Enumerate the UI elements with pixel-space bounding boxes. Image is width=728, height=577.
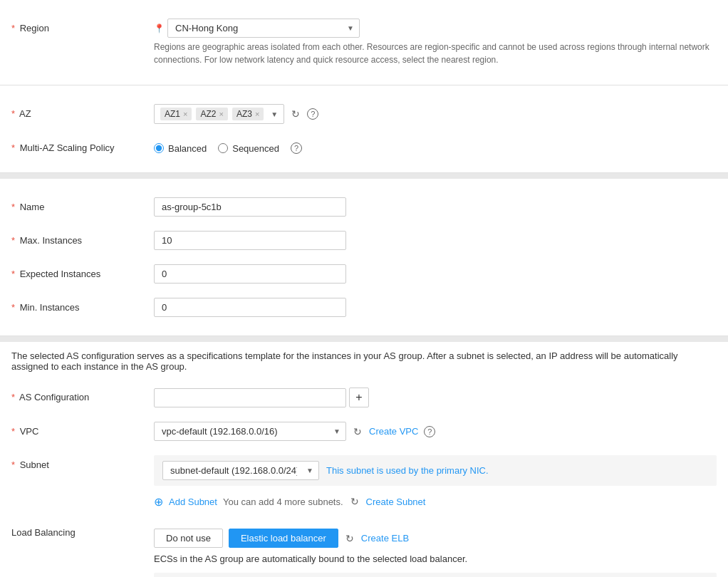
lb-info-text: ECSs in the AS group are automatically b… [154,548,717,570]
subnet-select[interactable]: subnet-default (192.168.0.0/24) [162,461,319,480]
radio-balanced[interactable]: Balanced [154,143,207,154]
add-subnet-hint: You can add 4 more subnets. [223,497,343,507]
name-required-star: * [11,202,15,212]
min-instances-control [154,298,717,317]
as-config-label: * AS Configuration [11,388,154,402]
expected-instances-label: * Expected Instances [11,264,154,279]
expected-instances-control [154,264,717,284]
lb-fields: Load Balancer --Select-- ▼ Backend ECS G… [154,573,717,577]
add-subnet-link[interactable]: Add Subnet [169,497,217,507]
load-balancing-label: Load Balancing [11,523,154,538]
az-section: * AZ AZ1 × AZ2 × AZ3 × [0,85,728,173]
subnet-control: subnet-default (192.168.0.0/24) ▼ This s… [154,455,717,509]
az-refresh-button[interactable]: ↻ [290,107,301,121]
multi-az-control: Balanced Sequenced ? [154,138,717,154]
vpc-label: * VPC [11,422,154,437]
elastic-lb-button[interactable]: Elastic load balancer [229,529,338,548]
region-control: 📍 CN-Hong Kong ▼ Regions are geographic … [154,19,717,66]
multi-az-radio-group: Balanced Sequenced ? [154,138,717,154]
as-config-input[interactable] [154,388,346,407]
section-divider-2 [0,336,728,342]
vpc-control: vpc-default (192.168.0.0/16) ▼ ↻ Create … [154,422,717,441]
az-tag-close-3[interactable]: × [255,110,259,118]
region-select[interactable]: CN-Hong Kong [167,19,360,38]
radio-balanced-input[interactable] [154,143,164,153]
az-help-icon[interactable]: ? [307,108,318,120]
create-elb-link[interactable]: Create ELB [361,533,409,544]
az-required-star: * [11,108,15,119]
region-section: * Region 📍 CN-Hong Kong ▼ Regions are ge… [0,0,728,85]
subnet-primary-row: subnet-default (192.168.0.0/24) ▼ This s… [154,455,717,486]
add-subnet-icon[interactable]: ⊕ [154,495,163,509]
region-select-wrapper[interactable]: 📍 CN-Hong Kong ▼ [154,19,360,38]
az-dropdown-icon[interactable]: ▼ [271,110,278,118]
az-tag-3: AZ3 × [232,108,264,120]
az-tag-close-1[interactable]: × [183,110,187,118]
az-row: * AZ AZ1 × AZ2 × AZ3 × [0,97,728,131]
vpc-row: * VPC vpc-default (192.168.0.0/16) ▼ ↻ C… [0,415,728,448]
region-row: * Region 📍 CN-Hong Kong ▼ Regions are ge… [0,11,728,73]
required-star: * [11,23,15,33]
instances-section: * Name * Max. Instances * Expected Insta… [0,179,728,336]
min-instances-row: * Min. Instances [0,291,728,324]
multi-az-help-icon[interactable]: ? [291,142,302,154]
subnet-label: * Subnet [11,455,154,470]
multi-az-row: * Multi-AZ Scaling Policy Balanced Seque… [0,131,728,161]
name-row: * Name [0,190,728,224]
as-config-input-row: + [154,388,717,407]
create-subnet-link[interactable]: Create Subnet [366,497,426,507]
elb-refresh-button[interactable]: ↻ [344,531,355,546]
vpc-refresh-button[interactable]: ↻ [352,425,363,439]
name-input[interactable] [154,197,346,217]
name-label: * Name [11,197,154,212]
min-required-star: * [11,302,15,313]
lb-toggle-row: Do not use Elastic load balancer ↻ Creat… [154,529,717,548]
az-label: * AZ [11,104,154,119]
subnet-row: * Subnet subnet-default (192.168.0.0/24)… [0,448,728,516]
subnet-refresh-button[interactable]: ↻ [349,494,360,509]
max-instances-input[interactable] [154,231,346,250]
min-instances-input[interactable] [154,298,346,317]
az-tag-1: AZ1 × [160,108,192,120]
region-help-text: Regions are geographic areas isolated fr… [154,41,709,66]
subnet-select-wrapper[interactable]: subnet-default (192.168.0.0/24) ▼ [162,461,319,480]
multi-az-required-star: * [11,142,15,153]
as-config-section: The selected AS configuration serves as … [0,342,728,577]
as-config-row: * AS Configuration + [0,380,728,415]
subnet-required-star: * [11,459,15,470]
load-balancing-row: Load Balancing Do not use Elastic load b… [0,516,728,577]
az-control: AZ1 × AZ2 × AZ3 × ▼ ↻ ? [154,104,717,124]
az-select-row: AZ1 × AZ2 × AZ3 × ▼ ↻ ? [154,104,717,124]
as-config-add-button[interactable]: + [349,388,369,407]
az-tag-close-2[interactable]: × [219,110,223,118]
region-label: * Region [11,19,154,33]
vpc-select[interactable]: vpc-default (192.168.0.0/16) [154,422,346,441]
section-divider-1 [0,173,728,179]
max-instances-label: * Max. Instances [11,231,154,246]
do-not-use-button[interactable]: Do not use [154,529,223,548]
lb-section: Do not use Elastic load balancer ↻ Creat… [154,523,717,577]
expected-required-star: * [11,269,15,279]
subnet-area: subnet-default (192.168.0.0/24) ▼ This s… [154,455,717,509]
multi-az-label: * Multi-AZ Scaling Policy [11,138,154,153]
vpc-select-wrapper[interactable]: vpc-default (192.168.0.0/16) ▼ [154,422,346,441]
expected-instances-row: * Expected Instances [0,257,728,291]
section-description: The selected AS configuration serves as … [0,342,728,380]
subnet-primary-text: This subnet is used by the primary NIC. [326,465,489,476]
max-instances-control [154,231,717,250]
vpc-help-icon[interactable]: ? [424,426,435,437]
vpc-required-star: * [11,426,15,437]
max-instances-row: * Max. Instances [0,224,728,257]
radio-sequenced-input[interactable] [218,143,228,153]
as-config-required-star: * [11,392,15,402]
as-config-control: + [154,388,717,407]
create-vpc-link[interactable]: Create VPC [369,426,418,437]
min-instances-label: * Min. Instances [11,298,154,313]
location-icon: 📍 [154,24,165,33]
az-tag-2: AZ2 × [196,108,227,120]
vpc-input-row: vpc-default (192.168.0.0/16) ▼ ↻ Create … [154,422,717,441]
az-select-wrapper[interactable]: AZ1 × AZ2 × AZ3 × ▼ [154,104,284,124]
expected-instances-input[interactable] [154,264,346,284]
add-subnet-row: ⊕ Add Subnet You can add 4 more subnets.… [154,492,717,509]
radio-sequenced[interactable]: Sequenced [218,143,279,154]
